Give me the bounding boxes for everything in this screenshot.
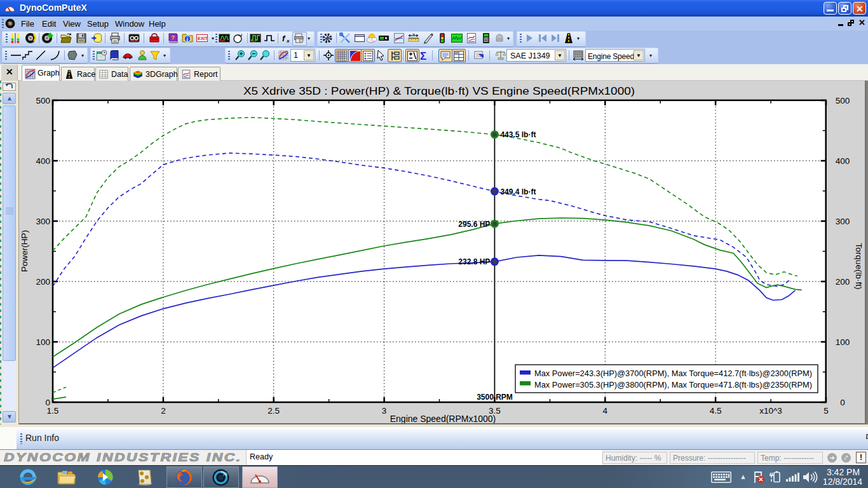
svg-text:2: 2	[161, 406, 166, 416]
svg-text:75: 75	[222, 472, 227, 477]
svg-text:295.6 HP: 295.6 HP	[458, 220, 490, 229]
svg-text:300: 300	[36, 217, 50, 226]
svg-text:Max Power=243.3(HP)@3700(RPM),: Max Power=243.3(HP)@3700(RPM), Max Torqu…	[534, 369, 812, 378]
svg-text:400: 400	[836, 156, 850, 166]
svg-text:?: ?	[172, 34, 175, 41]
svg-text:500: 500	[36, 96, 50, 105]
svg-text:3500 RPM: 3500 RPM	[477, 393, 513, 402]
svg-text:400: 400	[36, 156, 50, 166]
svg-text:f: f	[282, 34, 286, 43]
svg-text:100: 100	[836, 337, 850, 347]
svg-text:300: 300	[836, 217, 850, 226]
svg-text:349.4 lb·ft: 349.4 lb·ft	[500, 187, 536, 196]
svg-text:232.8 HP: 232.8 HP	[458, 257, 490, 266]
svg-text:3: 3	[382, 406, 387, 416]
svg-text:4: 4	[603, 406, 608, 416]
svg-text:2.5: 2.5	[268, 406, 280, 416]
svg-text:Σ: Σ	[420, 50, 426, 62]
svg-text:Engine Speed(RPMx1000): Engine Speed(RPMx1000)	[390, 414, 496, 424]
svg-text:Max Power=305.3(HP)@3800(RPM),: Max Power=305.3(HP)@3800(RPM), Max Torqu…	[534, 381, 812, 390]
svg-text:200: 200	[836, 277, 850, 287]
svg-text:0: 0	[840, 398, 845, 407]
svg-text:x10^3: x10^3	[759, 406, 782, 416]
svg-text:EXIT: EXIT	[198, 36, 208, 41]
svg-text:i: i	[187, 36, 189, 43]
svg-text:200: 200	[36, 277, 50, 287]
svg-text:Torque(lb·ft): Torque(lb·ft)	[854, 243, 864, 290]
svg-text:443.5 lb·ft: 443.5 lb·ft	[500, 130, 536, 139]
svg-text:500: 500	[836, 96, 850, 105]
svg-text:?: ?	[412, 33, 415, 37]
svg-text:x: x	[286, 38, 290, 44]
svg-text:Power(HP): Power(HP)	[20, 230, 29, 272]
svg-text:1.5: 1.5	[47, 406, 59, 416]
svg-text:5: 5	[824, 406, 829, 416]
svg-text:4.5: 4.5	[710, 406, 722, 416]
svg-text:100: 100	[36, 337, 50, 347]
svg-text:X5 Xdrive 35D : Power(HP) & To: X5 Xdrive 35D : Power(HP) & Torque(lb·ft…	[243, 85, 635, 97]
